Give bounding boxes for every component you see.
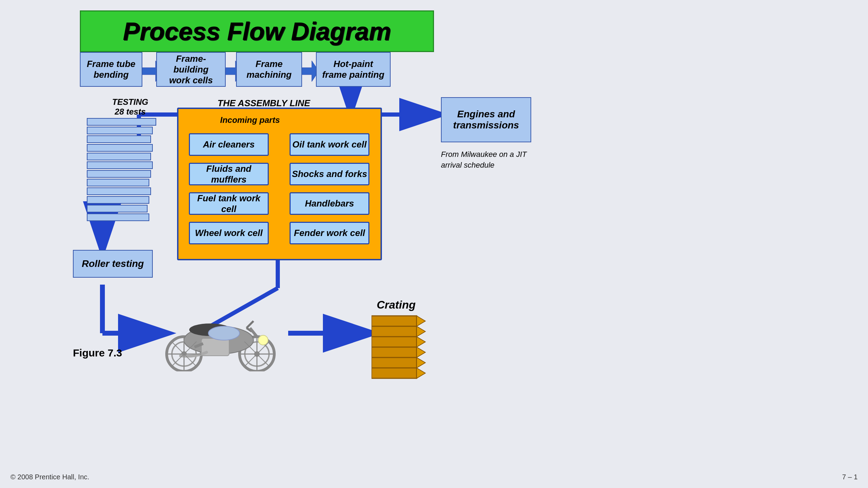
incoming-parts-label: Incoming parts [220, 115, 280, 125]
test-bar [87, 196, 149, 204]
hot-paint-box: Hot-paintframe painting [316, 52, 391, 87]
page-number: 7 – 1 [842, 473, 858, 481]
frame-machining-label: Framemachining [247, 59, 292, 80]
hot-paint-label: Hot-paintframe painting [322, 59, 384, 80]
engines-label: Engines and transmissions [444, 109, 528, 131]
copyright-text: © 2008 Prentice Hall, Inc. [10, 473, 89, 481]
fuel-tank-cell: Fuel tank work cell [189, 192, 269, 215]
crating-visual [372, 312, 434, 382]
testing-label: TESTING28 tests [102, 97, 158, 117]
svg-marker-60 [417, 316, 425, 378]
shocks-forks-cell: Shocks and forks [290, 163, 369, 185]
title-banner: Process Flow Diagram [80, 10, 434, 52]
test-bar [87, 213, 149, 221]
engines-box: Engines and transmissions [441, 97, 531, 142]
air-cleaners-cell: Air cleaners [189, 133, 269, 156]
figure-label: Figure 7.3 [73, 347, 122, 359]
svg-point-45 [258, 335, 268, 345]
test-bar [87, 127, 153, 134]
test-bar [87, 161, 153, 169]
test-bar [87, 179, 149, 186]
frame-building-label: Frame-buildingwork cells [160, 53, 222, 86]
test-bar [87, 187, 151, 195]
svg-line-40 [247, 321, 253, 328]
from-milwaukee-text: From Milwaukee on a JIT arrival schedule [441, 149, 528, 171]
crating-label: Crating [377, 298, 416, 311]
test-bar [87, 135, 151, 143]
roller-testing-box: Roller testing [73, 250, 153, 278]
svg-point-44 [208, 326, 240, 340]
handlebars-cell: Handlebars [290, 192, 369, 215]
frame-building-box: Frame-buildingwork cells [156, 52, 226, 87]
fluids-mufflers-cell: Fluids and mufflers [189, 163, 269, 185]
test-bar [87, 144, 153, 152]
test-stack [87, 118, 156, 222]
title-text: Process Flow Diagram [123, 17, 391, 45]
test-bar [87, 205, 148, 212]
frame-machining-box: Framemachining [236, 52, 302, 87]
test-bar [87, 170, 151, 178]
wheel-cell: Wheel work cell [189, 222, 269, 244]
motorcycle-image [153, 298, 288, 371]
test-bar [87, 153, 151, 160]
assembly-box: Incoming parts Air cleaners Oil tank wor… [177, 108, 382, 260]
oil-tank-cell: Oil tank work cell [290, 133, 369, 156]
test-bar [87, 118, 156, 126]
fender-cell: Fender work cell [290, 222, 369, 244]
frame-tube-label: Frame tubebending [87, 59, 135, 80]
frame-tube-box: Frame tubebending [80, 52, 142, 87]
assembly-line-label: THE ASSEMBLY LINE [194, 98, 333, 109]
roller-testing-label: Roller testing [82, 258, 144, 269]
